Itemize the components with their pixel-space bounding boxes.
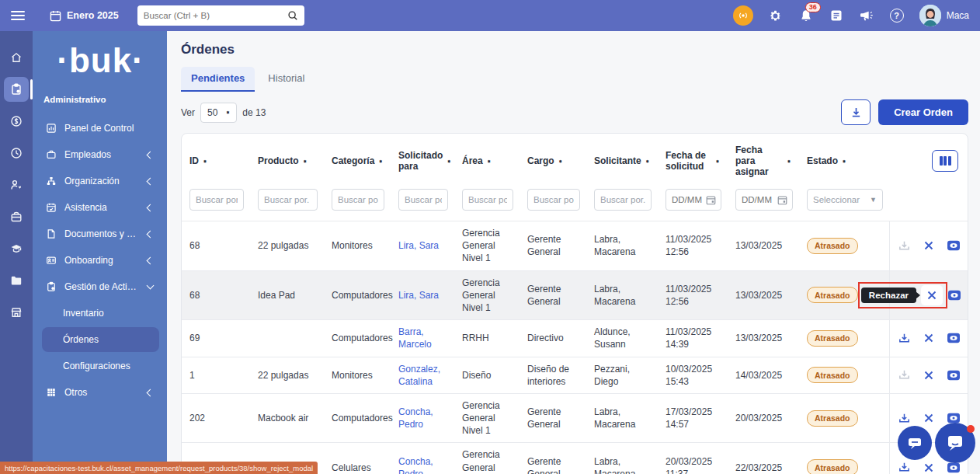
sort-icon[interactable]: ▲▼ <box>842 161 846 162</box>
rail-item-benefits-icon[interactable] <box>4 204 29 229</box>
filter-input-2[interactable] <box>332 189 384 211</box>
filter-input-5[interactable] <box>527 189 580 211</box>
megaphone-icon[interactable] <box>859 8 874 23</box>
rail-item-marketplace-icon[interactable] <box>4 300 29 325</box>
column-header-estado[interactable]: Estado▲▼ <box>799 152 889 169</box>
user-menu[interactable]: Maca <box>919 5 969 26</box>
solicitado-para-link[interactable]: Lira, Sara <box>398 240 439 251</box>
cell-estado: Atrasado <box>799 454 889 474</box>
rail-item-clipboard-icon[interactable] <box>4 77 29 102</box>
filter-input-6[interactable] <box>594 189 652 211</box>
rail-item-folder-icon[interactable] <box>4 268 29 293</box>
create-order-button[interactable]: Crear Orden <box>878 99 968 125</box>
view-button[interactable] <box>947 368 961 382</box>
cell-area: Gerencia General Nivel 1 <box>454 271 520 320</box>
sort-icon[interactable]: ▲▼ <box>787 161 791 162</box>
rail-item-training-icon[interactable] <box>4 236 29 261</box>
cell-id: 202 <box>182 406 250 430</box>
filter-input-3[interactable] <box>398 189 448 211</box>
sidebar-item-label: Otros <box>64 387 141 398</box>
column-header-solicitante[interactable]: Solicitante▲▼ <box>586 152 658 169</box>
filter-date-8[interactable] <box>735 189 793 211</box>
reject-button[interactable] <box>922 239 936 253</box>
search-input[interactable] <box>144 11 287 20</box>
solicitado-para-link[interactable]: Concha, Pedro <box>398 406 433 430</box>
filter-input-0[interactable] <box>189 189 244 211</box>
rail-item-coin-icon[interactable] <box>4 109 29 134</box>
sort-icon[interactable]: ▲▼ <box>558 161 563 162</box>
reject-button[interactable] <box>922 368 936 382</box>
rail-item-home-icon[interactable] <box>4 45 29 70</box>
assign-button[interactable] <box>897 411 911 425</box>
column-header-fecha-de-solicitud[interactable]: Fecha de solicitud▲▼ <box>658 147 728 175</box>
download-button[interactable] <box>841 99 871 125</box>
column-header-fecha-para-asignar[interactable]: Fecha para asignar▲▼ <box>728 141 799 180</box>
support-chat-button[interactable] <box>935 423 975 463</box>
sidebar-item-otros[interactable]: Otros <box>42 379 159 406</box>
help-icon[interactable]: ? <box>889 8 905 23</box>
sidebar-item-asistencia[interactable]: Asistencia <box>42 194 159 221</box>
column-header-solicitado-para[interactable]: Solicitado para▲▼ <box>391 147 454 175</box>
view-button[interactable] <box>947 239 961 253</box>
reject-button[interactable] <box>922 331 936 345</box>
reject-button[interactable] <box>922 461 936 474</box>
tab-pendientes[interactable]: Pendientes <box>181 67 255 92</box>
filter-date-7[interactable] <box>665 189 721 211</box>
sidebar-item-gesti-n-de-activos[interactable]: Gestión de Activos <box>42 274 159 300</box>
reject-button[interactable] <box>922 411 936 425</box>
sort-icon[interactable]: ▲▼ <box>303 161 308 162</box>
solicitado-para-link[interactable]: Lira, Sara <box>398 290 439 301</box>
hamburger-menu-icon[interactable] <box>11 11 25 20</box>
column-header-producto[interactable]: Producto▲▼ <box>250 152 324 169</box>
column-header-categor-a[interactable]: Categoría▲▼ <box>324 152 391 169</box>
column-picker-button[interactable] <box>932 150 958 172</box>
pagesize-select[interactable]: 50 ▲▼ <box>200 103 237 123</box>
filter-input-4[interactable] <box>462 189 513 211</box>
sidebar-item-documentos-y-firma[interactable]: Documentos y Firma <box>42 221 159 247</box>
gear-icon[interactable] <box>768 8 784 23</box>
chat-unread-dot <box>967 425 975 433</box>
assign-button[interactable] <box>897 461 911 474</box>
sidebar-subitem-configuraciones[interactable]: Configuraciones <box>42 354 159 378</box>
sort-icon[interactable]: ▲▼ <box>487 161 492 162</box>
sidebar-item-empleados[interactable]: Empleados <box>42 141 159 168</box>
sidebar-item-onboarding[interactable]: Onboarding <box>42 247 159 274</box>
period-selector[interactable]: Enero 2025 <box>50 10 119 22</box>
bell-icon[interactable]: 36 <box>798 8 814 23</box>
column-header-cargo[interactable]: Cargo▲▼ <box>520 152 586 169</box>
cell-fecha-asignar: 20/03/2025 <box>728 406 799 430</box>
sort-icon[interactable]: ▲▼ <box>203 161 207 162</box>
solicitado-para-link[interactable]: Barra, Marcelo <box>398 326 432 350</box>
tab-historial[interactable]: Historial <box>258 67 315 92</box>
sidebar-item-panel-de-control[interactable]: Panel de Control <box>42 115 159 141</box>
column-header--rea[interactable]: Área▲▼ <box>454 152 520 169</box>
column-header-id[interactable]: ID▲▼ <box>182 152 250 169</box>
document-icon <box>46 229 57 240</box>
sidebar-item-organizaci-n[interactable]: Organización <box>42 168 159 194</box>
filter-estado-select[interactable]: Seleccionar▼ <box>807 189 883 211</box>
notes-icon[interactable] <box>829 8 844 23</box>
sidebar-subitem--rdenes[interactable]: Órdenes <box>42 327 159 352</box>
cell-id: 1 <box>182 364 250 387</box>
rail-item-clock-icon[interactable] <box>4 141 29 166</box>
solicitado-para-link[interactable]: Gonzalez, Catalina <box>398 364 440 387</box>
global-search[interactable] <box>137 5 304 26</box>
cell-solicitante: Labra, Macarena <box>586 228 658 263</box>
sort-icon[interactable]: ▲▼ <box>715 161 720 162</box>
solicitado-para-link[interactable]: Concha, Pedro <box>398 456 433 474</box>
sidebar-subitem-inventario[interactable]: Inventario <box>42 301 159 326</box>
feedback-chat-button[interactable] <box>898 426 932 460</box>
filter-input-1[interactable] <box>258 189 318 211</box>
view-button[interactable] <box>947 288 961 302</box>
broadcast-icon[interactable] <box>733 5 753 26</box>
sort-icon[interactable]: ▲▼ <box>447 161 451 162</box>
date-input[interactable] <box>742 195 774 204</box>
sort-icon[interactable]: ▲▼ <box>645 161 650 162</box>
date-input[interactable] <box>672 195 703 204</box>
status-badge: Atrasado <box>807 238 858 254</box>
view-button[interactable] <box>947 331 961 345</box>
sort-icon[interactable]: ▲▼ <box>378 161 383 162</box>
assign-button[interactable] <box>897 331 911 345</box>
reject-button[interactable] <box>921 285 943 305</box>
rail-item-culture-icon[interactable] <box>4 173 29 197</box>
